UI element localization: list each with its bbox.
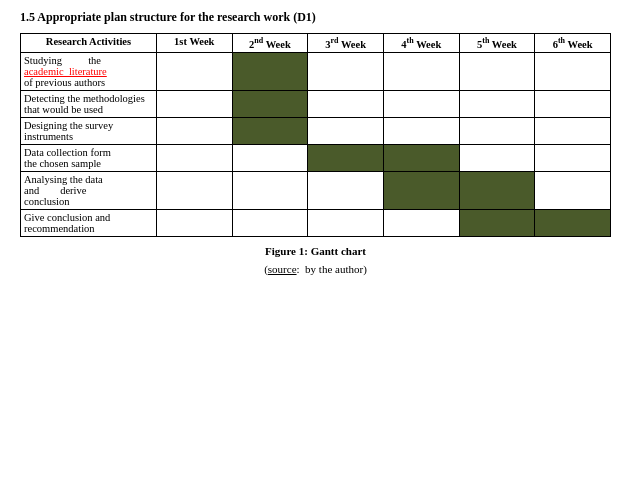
week-cell-1-3 [383,90,459,117]
week-cell-4-5 [535,171,611,209]
week-cell-5-1 [232,209,308,236]
week-cell-0-3 [383,52,459,90]
activity-cell: Detecting the methodologies that would b… [21,90,157,117]
week-cell-0-5 [535,52,611,90]
activity-cell: Analysing the data and derive conclusion [21,171,157,209]
figure-caption: Figure 1: Gantt chart [20,245,611,257]
week-cell-5-2 [308,209,384,236]
table-row: Studying the academic literatureof previ… [21,52,611,90]
week-cell-3-2 [308,144,384,171]
week-cell-5-3 [383,209,459,236]
week-cell-1-5 [535,90,611,117]
col-header-week5: 5th Week [459,34,535,53]
table-row: Detecting the methodologies that would b… [21,90,611,117]
week-cell-3-4 [459,144,535,171]
table-row: Data collection form the chosen sample [21,144,611,171]
col-header-week4: 4th Week [383,34,459,53]
week-cell-2-0 [156,117,232,144]
week-cell-3-3 [383,144,459,171]
week-cell-3-5 [535,144,611,171]
table-row: Designing the survey instruments [21,117,611,144]
week-cell-1-2 [308,90,384,117]
week-cell-0-4 [459,52,535,90]
week-cell-0-2 [308,52,384,90]
week-cell-1-0 [156,90,232,117]
page-title: 1.5 Appropriate plan structure for the r… [20,10,611,25]
activity-cell: Studying the academic literatureof previ… [21,52,157,90]
col-header-activity: Research Activities [21,34,157,53]
table-row: Analysing the data and derive conclusion [21,171,611,209]
col-header-week2: 2nd Week [232,34,308,53]
week-cell-4-1 [232,171,308,209]
week-cell-2-3 [383,117,459,144]
gantt-table: Research Activities 1st Week 2nd Week 3r… [20,33,611,237]
week-cell-2-1 [232,117,308,144]
week-cell-2-2 [308,117,384,144]
col-header-week6: 6th Week [535,34,611,53]
week-cell-4-3 [383,171,459,209]
source-text: by the author [305,263,363,275]
col-header-week1: 1st Week [156,34,232,53]
activity-cell: Designing the survey instruments [21,117,157,144]
activity-cell: Data collection form the chosen sample [21,144,157,171]
week-cell-3-0 [156,144,232,171]
week-cell-2-4 [459,117,535,144]
week-cell-3-1 [232,144,308,171]
week-cell-5-0 [156,209,232,236]
week-cell-1-1 [232,90,308,117]
week-cell-0-0 [156,52,232,90]
week-cell-0-1 [232,52,308,90]
col-header-week3: 3rd Week [308,34,384,53]
activity-cell: Give conclusion and recommendation [21,209,157,236]
week-cell-4-4 [459,171,535,209]
source-label: source [268,263,297,275]
source-line: (source: by the author) [20,263,611,275]
table-row: Give conclusion and recommendation [21,209,611,236]
week-cell-2-5 [535,117,611,144]
week-cell-4-0 [156,171,232,209]
week-cell-5-5 [535,209,611,236]
week-cell-4-2 [308,171,384,209]
week-cell-5-4 [459,209,535,236]
week-cell-1-4 [459,90,535,117]
